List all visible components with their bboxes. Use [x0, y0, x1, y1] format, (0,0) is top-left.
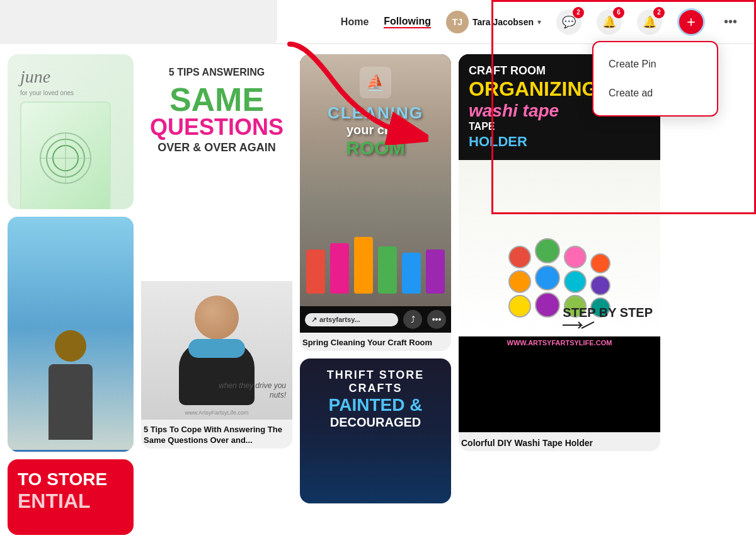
- create-ad-option[interactable]: Create ad: [593, 79, 717, 108]
- to-store-content: to store ential: [8, 459, 134, 535]
- artsy-watermark: www.ArtsyFartsyLife.com: [185, 410, 248, 416]
- spool-orange: [354, 237, 373, 294]
- cleaning-text-2: your craft: [346, 123, 404, 137]
- spool-blue: [402, 253, 421, 294]
- updates-button[interactable]: 🔔 2: [637, 9, 662, 35]
- same-q-line4: OVER & OVER AGAIN: [158, 141, 275, 154]
- pin-card-thrift-store[interactable]: THRIFT STORE CRAFTS PAINTED & DECOURAGED: [300, 359, 451, 503]
- same-q-caption: 5 Tips To Cope With Answering The Same Q…: [141, 420, 292, 449]
- more-icon: •••: [724, 14, 737, 28]
- step-by-step-text: STEP BY STEP: [563, 306, 653, 331]
- bell-badge: 6: [613, 7, 624, 18]
- tagline-text: when they drive you nuts!: [210, 381, 286, 401]
- plus-icon: +: [687, 13, 696, 31]
- cleaning-text-1: CLEANING: [328, 103, 423, 123]
- same-q-line1: 5 TIPS ANSWERING: [169, 67, 265, 78]
- updates-badge: 2: [653, 7, 665, 18]
- updates-icon: 🔔: [643, 15, 656, 29]
- nav-home[interactable]: Home: [341, 16, 369, 28]
- share-button[interactable]: ⤴: [403, 310, 422, 329]
- external-link-icon: ↗: [311, 316, 317, 324]
- craft-room-line4: HOLDER: [469, 134, 650, 150]
- craft-room-footer: WWW.ARTSYFARTSYLIFE.COM: [459, 336, 660, 350]
- create-pin-option[interactable]: Create Pin: [593, 50, 717, 79]
- more-options-pin-button[interactable]: •••: [427, 310, 446, 329]
- add-create-button[interactable]: +: [677, 8, 705, 36]
- thrift-sub1: PAINTED &: [329, 395, 423, 415]
- spool-purple: [426, 250, 445, 294]
- pin-column-4: CRAFT ROOM ORGANIZING washi tape tape HO…: [459, 54, 660, 535]
- messages-button[interactable]: 💬 2: [556, 9, 581, 35]
- cleaning-text-3: ROOM: [346, 137, 404, 159]
- source-url: artsyfartsy...: [319, 316, 360, 323]
- nav-following[interactable]: Following: [384, 16, 431, 28]
- spring-header-overlay: ⛵ CLEANING your craft ROOM: [300, 67, 451, 159]
- svg-line-6: [581, 322, 594, 328]
- create-dropdown-menu: Create Pin Create ad: [592, 41, 718, 117]
- dots-icon: •••: [432, 314, 442, 324]
- june-label: june: [20, 67, 50, 87]
- same-q-line3: QUESTIONS: [150, 116, 284, 139]
- june-sublabel: for your loved ones: [20, 89, 74, 96]
- source-link[interactable]: ↗ artsyfartsy...: [305, 313, 398, 326]
- more-options-button[interactable]: •••: [720, 14, 741, 29]
- dementia-title-overlay: DEMENTIA ACTIVITIES: [8, 450, 134, 452]
- spring-card-content: Direct Sales ... ▾ Save ⛵ CLEANING your …: [300, 54, 451, 333]
- header-nav: Home Following TJ Tara Jacobsen ▾ 💬 2 🔔 …: [341, 8, 741, 36]
- header-search-area: [0, 0, 277, 44]
- spring-cleaning-title: Spring Cleaning Your Craft Room: [300, 333, 451, 351]
- spool-green: [378, 246, 397, 294]
- essential-partial-text: ential: [18, 490, 123, 513]
- pin-card-june[interactable]: june for your loved ones: [8, 54, 134, 209]
- thrift-sub2: DECOURAGED: [330, 415, 421, 430]
- pin-card-dementia[interactable]: DEMENTIA ACTIVITIES Activities For Alzhe…: [8, 217, 134, 452]
- header: Home Following TJ Tara Jacobsen ▾ 💬 2 🔔 …: [0, 0, 756, 44]
- main-content: june for your loved ones: [0, 44, 756, 545]
- share-icon: ⤴: [411, 314, 415, 324]
- pin-column-1: june for your loved ones: [8, 54, 134, 535]
- pin-column-2: 5 TIPS ANSWERING SAME QUESTIONS OVER & O…: [141, 54, 292, 535]
- messages-badge: 2: [573, 7, 584, 18]
- to-store-text: to store: [18, 469, 123, 490]
- spool-pink: [330, 243, 349, 294]
- person-silhouette: [39, 330, 102, 452]
- june-coloring-image: [20, 101, 111, 209]
- avatar: TJ: [446, 11, 469, 33]
- pin-card-spring-cleaning[interactable]: Direct Sales ... ▾ Save ⛵ CLEANING your …: [300, 54, 451, 351]
- thrift-title: THRIFT STORE CRAFTS: [310, 369, 441, 395]
- chevron-down-icon: ▾: [537, 18, 541, 26]
- messages-icon: 💬: [562, 15, 576, 29]
- thrift-card-content: THRIFT STORE CRAFTS PAINTED & DECOURAGED: [300, 359, 451, 503]
- dementia-card-content: DEMENTIA ACTIVITIES: [8, 217, 134, 452]
- notifications-bell-button[interactable]: 🔔 6: [597, 9, 622, 35]
- same-q-line2: SAME: [169, 83, 264, 116]
- sailboat-icon: ⛵: [360, 67, 391, 98]
- pin-column-3: Direct Sales ... ▾ Save ⛵ CLEANING your …: [300, 54, 451, 535]
- spring-image-bg: ⛵ CLEANING your craft ROOM: [300, 54, 451, 306]
- same-q-image-area: 5 TIPS ANSWERING SAME QUESTIONS OVER & O…: [141, 54, 292, 281]
- washi-tape-image: STEP BY STEP: [459, 160, 660, 336]
- spool-container: [306, 237, 445, 306]
- craft-room-caption: Colorful DIY Washi Tape Holder: [459, 432, 660, 451]
- tape-stack-2: [535, 238, 560, 318]
- user-profile-button[interactable]: TJ Tara Jacobsen ▾: [446, 11, 541, 33]
- pin-bottom-bar: ↗ artsyfartsy... ⤴ •••: [300, 306, 451, 333]
- tape-word: tape: [469, 121, 650, 132]
- user-name: Tara Jacobsen: [472, 17, 534, 27]
- june-card-content: june for your loved ones: [8, 54, 134, 209]
- tape-stack-1: [508, 246, 531, 318]
- same-q-person-photo: when they drive you nuts! www.ArtsyFarts…: [141, 281, 292, 420]
- spool-red: [306, 250, 325, 294]
- pin-card-same-questions[interactable]: 5 TIPS ANSWERING SAME QUESTIONS OVER & O…: [141, 54, 292, 449]
- pin-card-to-store[interactable]: to store ential: [8, 459, 134, 535]
- bell-icon: 🔔: [602, 15, 616, 29]
